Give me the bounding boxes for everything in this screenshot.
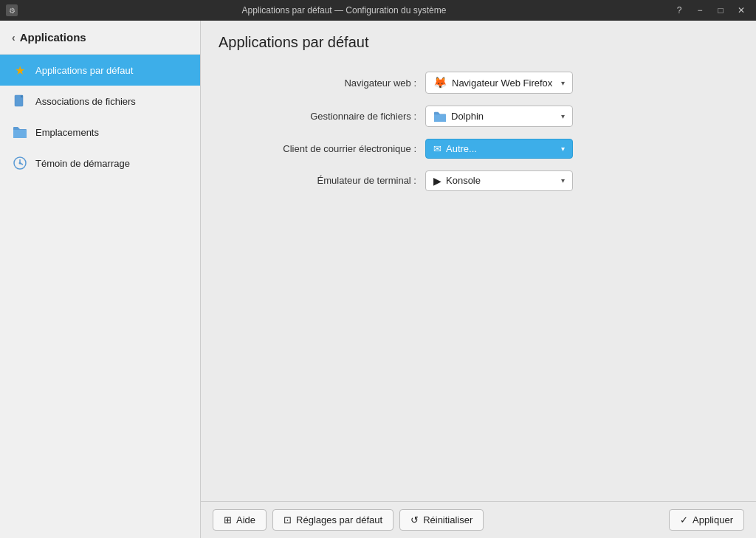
content-area: Applications par défaut Navigateur web :… bbox=[201, 21, 756, 538]
minimize-button[interactable]: − bbox=[691, 3, 709, 18]
form-row-terminal: Émulateur de terminal : ▶ Konsole ▾ bbox=[219, 170, 738, 191]
browser-dropdown[interactable]: 🦊 Navigateur Web Firefox ▾ bbox=[425, 72, 573, 94]
filemanager-selected: Dolphin bbox=[433, 110, 484, 123]
apply-button[interactable]: ✓ Appliquer bbox=[669, 509, 744, 531]
reset-icon: ↺ bbox=[410, 514, 419, 525]
terminal-value: Konsole bbox=[446, 175, 481, 186]
app-icon: ⚙ bbox=[6, 4, 18, 16]
browser-control: 🦊 Navigateur Web Firefox ▾ bbox=[425, 72, 573, 94]
sidebar-item-temoin-de-demarrage[interactable]: Témoin de démarrage bbox=[0, 148, 200, 179]
sidebar-back-label: Applications bbox=[20, 31, 86, 44]
browser-dropdown-arrow: ▾ bbox=[561, 79, 565, 87]
back-arrow-icon: ‹ bbox=[12, 32, 16, 44]
form-row-browser: Navigateur web : 🦊 Navigateur Web Firefo… bbox=[219, 72, 738, 94]
email-icon: ✉ bbox=[433, 143, 441, 154]
terminal-control: ▶ Konsole ▾ bbox=[425, 170, 573, 191]
terminal-icon: ▶ bbox=[433, 175, 441, 187]
reset-defaults-icon: ⊡ bbox=[284, 514, 292, 525]
browser-selected: 🦊 Navigateur Web Firefox bbox=[433, 76, 552, 89]
form-row-filemanager: Gestionnaire de fichiers : Dolphin bbox=[219, 106, 738, 127]
clock-icon bbox=[12, 155, 28, 171]
sidebar-item-label: Applications par défaut bbox=[35, 65, 133, 76]
email-dropdown-arrow: ▾ bbox=[561, 145, 565, 153]
help-button[interactable]: ? bbox=[670, 3, 688, 18]
email-dropdown[interactable]: ✉ Autre... ▾ bbox=[425, 139, 573, 159]
browser-label: Navigateur web : bbox=[219, 77, 425, 89]
folder-icon bbox=[12, 124, 28, 140]
sidebar-item-label: Témoin de démarrage bbox=[35, 158, 130, 169]
filemanager-value: Dolphin bbox=[451, 111, 484, 122]
star-icon: ★ bbox=[12, 62, 28, 78]
titlebar-left: ⚙ bbox=[6, 4, 18, 16]
svg-line-6 bbox=[20, 163, 23, 165]
terminal-dropdown-arrow: ▾ bbox=[561, 176, 565, 184]
help-button[interactable]: ⊞ Aide bbox=[213, 509, 267, 531]
filemanager-dropdown-arrow: ▾ bbox=[561, 112, 565, 120]
dolphin-folder-icon bbox=[433, 110, 447, 123]
help-label: Aide bbox=[236, 514, 255, 525]
page-title: Applications par défaut bbox=[219, 34, 738, 51]
terminal-label: Émulateur de terminal : bbox=[219, 175, 425, 186]
reset-defaults-label: Réglages par défaut bbox=[296, 514, 382, 525]
firefox-icon: 🦊 bbox=[433, 76, 447, 89]
form-row-email: Client de courrier électronique : ✉ Autr… bbox=[219, 139, 738, 159]
maximize-button[interactable]: □ bbox=[712, 3, 729, 18]
terminal-dropdown[interactable]: ▶ Konsole ▾ bbox=[425, 170, 573, 191]
email-selected: ✉ Autre... bbox=[433, 143, 477, 154]
help-icon: ⊞ bbox=[224, 514, 232, 525]
sidebar-header[interactable]: ‹ Applications bbox=[0, 21, 200, 55]
file-icon bbox=[12, 93, 28, 109]
reset-button[interactable]: ↺ Réinitialiser bbox=[399, 509, 484, 531]
reset-defaults-button[interactable]: ⊡ Réglages par défaut bbox=[272, 509, 394, 531]
close-button[interactable]: ✕ bbox=[732, 3, 750, 18]
email-control: ✉ Autre... ▾ bbox=[425, 139, 573, 159]
form-area: Navigateur web : 🦊 Navigateur Web Firefo… bbox=[201, 60, 756, 501]
sidebar-item-label: Emplacements bbox=[35, 127, 99, 138]
sidebar-item-label: Associations de fichiers bbox=[35, 96, 136, 107]
apply-label: Appliquer bbox=[693, 514, 733, 525]
titlebar-controls: ? − □ ✕ bbox=[670, 3, 750, 18]
sidebar-item-emplacements[interactable]: Emplacements bbox=[0, 117, 200, 148]
filemanager-control: Dolphin ▾ bbox=[425, 106, 573, 127]
email-label: Client de courrier électronique : bbox=[219, 143, 425, 154]
titlebar: ⚙ Applications par défaut — Configuratio… bbox=[0, 0, 756, 21]
bottom-bar-right: ✓ Appliquer bbox=[669, 509, 744, 531]
bottom-bar: ⊞ Aide ⊡ Réglages par défaut ↺ Réinitial… bbox=[201, 501, 756, 538]
sidebar-item-associations-de-fichiers[interactable]: Associations de fichiers bbox=[0, 86, 200, 117]
email-value: Autre... bbox=[446, 143, 477, 154]
titlebar-title: Applications par défaut — Configuration … bbox=[18, 5, 670, 15]
reset-label: Réinitialiser bbox=[423, 514, 472, 525]
sidebar-item-applications-par-defaut[interactable]: ★ Applications par défaut bbox=[0, 55, 200, 86]
page-header: Applications par défaut bbox=[201, 21, 756, 60]
apply-icon: ✓ bbox=[680, 514, 688, 525]
terminal-selected: ▶ Konsole bbox=[433, 175, 481, 187]
sidebar: ‹ Applications ★ Applications par défaut… bbox=[0, 21, 201, 538]
filemanager-label: Gestionnaire de fichiers : bbox=[219, 111, 425, 122]
main-container: ‹ Applications ★ Applications par défaut… bbox=[0, 21, 756, 538]
filemanager-dropdown[interactable]: Dolphin ▾ bbox=[425, 106, 573, 127]
browser-value: Navigateur Web Firefox bbox=[452, 77, 552, 89]
